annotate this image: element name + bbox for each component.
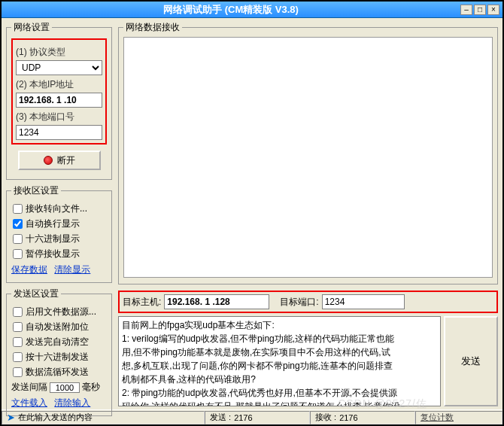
clear-input-link[interactable]: 清除输入	[54, 397, 90, 408]
status-bar: ➤ 在此输入发送的内容 发送 : 2176 接收 : 2176 复位计数	[2, 409, 502, 424]
auto-wrap-check[interactable]	[13, 219, 23, 229]
network-settings-legend: 网络设置	[11, 21, 52, 34]
local-port-label: (3) 本地端口号	[16, 111, 102, 123]
minimize-button[interactable]: –	[460, 5, 472, 15]
hex-display-check[interactable]	[13, 234, 23, 244]
send-textarea[interactable]: 目前网上的fpga实现udp基本生态如下: 1: verilog编写的udp收发…	[118, 316, 441, 406]
record-icon	[44, 156, 53, 165]
recv-settings-legend: 接收区设置	[11, 184, 61, 197]
target-port-label: 目标端口:	[280, 296, 318, 309]
pause-recv-check[interactable]	[13, 249, 23, 259]
auto-clear-label: 发送完自动清空	[26, 336, 89, 348]
auto-clear-check[interactable]	[13, 337, 23, 347]
send-button[interactable]: 发送	[444, 316, 498, 406]
interval-input[interactable]	[50, 382, 80, 393]
disconnect-button[interactable]: 断开	[18, 151, 101, 170]
auto-append-check[interactable]	[13, 322, 23, 332]
maximize-button[interactable]: □	[474, 5, 486, 15]
hex-send-check[interactable]	[13, 352, 23, 362]
recv-data-group: 网络数据接收	[118, 21, 498, 285]
recv-data-legend: 网络数据接收	[123, 21, 182, 34]
file-source-label: 启用文件数据源...	[26, 306, 96, 318]
local-ip-label: (2) 本地IP地址	[16, 78, 102, 91]
window-title: 网络调试助手 (CM精装版 V3.8)	[2, 3, 460, 17]
protocol-label: (1) 协议类型	[16, 46, 102, 59]
pause-recv-label: 暂停接收显示	[26, 248, 80, 260]
target-bar: 目标主机: 目标端口:	[118, 291, 498, 313]
status-ready-text: 在此输入发送的内容	[18, 412, 93, 423]
target-host-input[interactable]	[164, 294, 269, 309]
clear-display-link[interactable]: 清除显示	[54, 264, 90, 275]
interval-label-post: 毫秒	[82, 381, 100, 394]
reset-counter-link[interactable]: 复位计数	[415, 411, 502, 424]
recv-to-file-check[interactable]	[13, 204, 23, 214]
status-send-count: 2176	[234, 413, 252, 422]
status-recv-count: 2176	[339, 413, 357, 422]
protocol-select[interactable]: UDP	[16, 60, 102, 75]
hex-display-label: 十六进制显示	[26, 233, 80, 245]
target-host-label: 目标主机:	[123, 296, 161, 309]
status-send-label: 发送 :	[210, 412, 231, 423]
recv-textarea[interactable]	[123, 37, 493, 278]
file-load-link[interactable]: 文件载入	[11, 397, 47, 408]
hex-send-label: 按十六进制发送	[26, 351, 89, 364]
auto-wrap-label: 自动换行显示	[26, 218, 80, 230]
network-settings-group: 网络设置 (1) 协议类型 UDP (2) 本地IP地址 (3) 本地端口号 断…	[6, 21, 112, 180]
target-port-input[interactable]	[322, 294, 405, 309]
close-button[interactable]: ×	[487, 5, 499, 15]
send-settings-group: 发送区设置 启用文件数据源... 自动发送附加位 发送完自动清空 按十六进制发送…	[6, 288, 112, 416]
file-source-check[interactable]	[13, 307, 23, 317]
disconnect-label: 断开	[57, 154, 75, 167]
local-port-input[interactable]	[16, 125, 102, 140]
local-ip-input[interactable]	[16, 93, 102, 108]
network-settings-highlight: (1) 协议类型 UDP (2) 本地IP地址 (3) 本地端口号	[11, 38, 107, 145]
auto-append-label: 自动发送附加位	[26, 321, 89, 333]
recv-to-file-label: 接收转向文件...	[26, 202, 87, 215]
title-bar: 网络调试助手 (CM精装版 V3.8) – □ ×	[2, 2, 502, 18]
loop-send-check[interactable]	[13, 367, 23, 377]
recv-settings-group: 接收区设置 接收转向文件... 自动换行显示 十六进制显示 暂停接收显示 保存数…	[6, 184, 112, 283]
loop-send-label: 数据流循环发送	[26, 366, 89, 379]
send-settings-legend: 发送区设置	[11, 288, 61, 300]
save-data-link[interactable]: 保存数据	[11, 264, 47, 275]
status-recv-label: 接收 :	[315, 412, 336, 423]
interval-label-pre: 发送间隔	[11, 381, 47, 394]
ready-icon: ➤	[7, 412, 15, 423]
